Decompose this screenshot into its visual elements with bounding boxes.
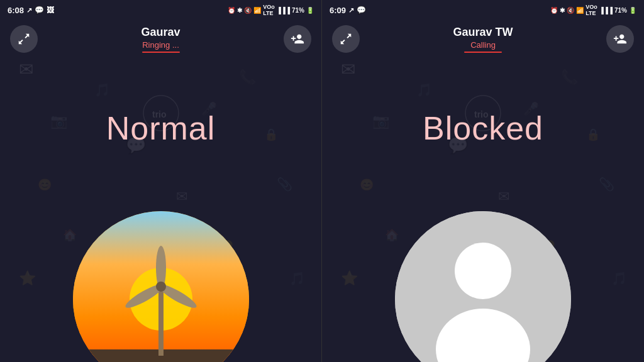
left-battery: 71% (292, 7, 304, 14)
left-whatsapp-icon: 💬 (35, 6, 44, 14)
left-photo-icon: 🖼 (47, 6, 54, 14)
left-avatar-area (0, 147, 321, 362)
right-wifi-icon: 📶 (576, 7, 584, 14)
left-bluetooth-icon: ✱ (237, 7, 242, 14)
svg-rect-20 (158, 287, 164, 356)
left-call-status: Ringing ... (38, 40, 284, 50)
right-status-bar: 6:09 ↗ 💬 ⏰ ✱ 🔇 📶 VOoLTE ▐▐▐ 71% 🔋 (322, 0, 644, 19)
right-signal-bars: ▐▐▐ (599, 7, 613, 14)
left-status-bar: 6:08 ↗ 💬 🖼 ⏰ ✱ 🔇 📶 VOoLTE ▐▐▐ 71% 🔋 (0, 0, 321, 19)
right-battery-icon: 🔋 (629, 7, 636, 14)
right-avatar-circle (395, 211, 571, 362)
left-phone-screen: ✉ 📷 🎵 💬 🎤 📞 🔒 😊 ✉ 📎 🏠 💡 ⭐ 🎵 📌 trio 6:08 … (0, 0, 322, 362)
left-status-underline (142, 52, 180, 53)
left-call-label: Normal (0, 109, 321, 147)
right-arrow-icon: ↗ (348, 6, 354, 14)
left-time: 6:08 (8, 6, 24, 15)
svg-text:✉: ✉ (19, 60, 33, 79)
right-avatar-area (322, 147, 644, 362)
left-collapse-button[interactable] (10, 25, 38, 53)
right-whatsapp-icon: 💬 (357, 6, 366, 14)
right-mute-icon: 🔇 (567, 7, 574, 14)
left-avatar-circle (73, 211, 249, 362)
right-alarm-icon: ⏰ (550, 7, 558, 14)
right-status-underline (464, 52, 502, 53)
right-call-label: Blocked (322, 109, 644, 147)
left-wifi-icon: 📶 (253, 7, 261, 14)
right-call-header: Gaurav TW Calling (322, 19, 644, 59)
right-call-status: Calling (360, 40, 606, 50)
left-add-contact-button[interactable] (284, 25, 311, 53)
left-avatar-windmill (73, 211, 249, 362)
left-call-header: Gaurav Ringing ... (0, 19, 321, 59)
svg-text:🎵: 🎵 (416, 82, 432, 97)
svg-point-24 (156, 282, 166, 292)
left-alarm-icon: ⏰ (228, 7, 235, 14)
right-time: 6:09 (330, 6, 346, 15)
svg-text:🎵: 🎵 (94, 82, 110, 97)
right-collapse-button[interactable] (332, 25, 360, 53)
left-status-icons: ⏰ ✱ 🔇 📶 VOoLTE ▐▐▐ 71% 🔋 (228, 4, 314, 16)
right-bluetooth-icon: ✱ (560, 7, 565, 14)
svg-point-43 (455, 243, 511, 299)
right-battery: 71% (614, 7, 627, 14)
right-add-contact-button[interactable] (606, 25, 634, 53)
svg-text:📞: 📞 (561, 69, 579, 85)
left-arrow-icon: ↗ (26, 6, 32, 14)
left-battery-icon: 🔋 (306, 7, 314, 14)
svg-text:✉: ✉ (341, 60, 355, 79)
right-status-icons: ⏰ ✱ 🔇 📶 VOoLTE ▐▐▐ 71% 🔋 (550, 4, 636, 16)
svg-text:📞: 📞 (239, 69, 257, 85)
right-signal-text: VOoLTE (586, 4, 597, 16)
left-signal-text: VOoLTE (263, 4, 275, 16)
right-contact-name: Gaurav TW (360, 26, 606, 39)
right-avatar-blocked (395, 211, 571, 362)
left-contact-name: Gaurav (38, 26, 284, 39)
left-signal-bars: ▐▐▐ (277, 7, 290, 14)
right-contact-info: Gaurav TW Calling (360, 26, 606, 53)
right-phone-screen: ✉ 📷 🎵 💬 🎤 📞 🔒 😊 ✉ 📎 🏠 💡 ⭐ 🎵 📌 trio 6:09 … (322, 0, 644, 362)
left-mute-icon: 🔇 (244, 7, 252, 14)
left-contact-info: Gaurav Ringing ... (38, 26, 284, 53)
